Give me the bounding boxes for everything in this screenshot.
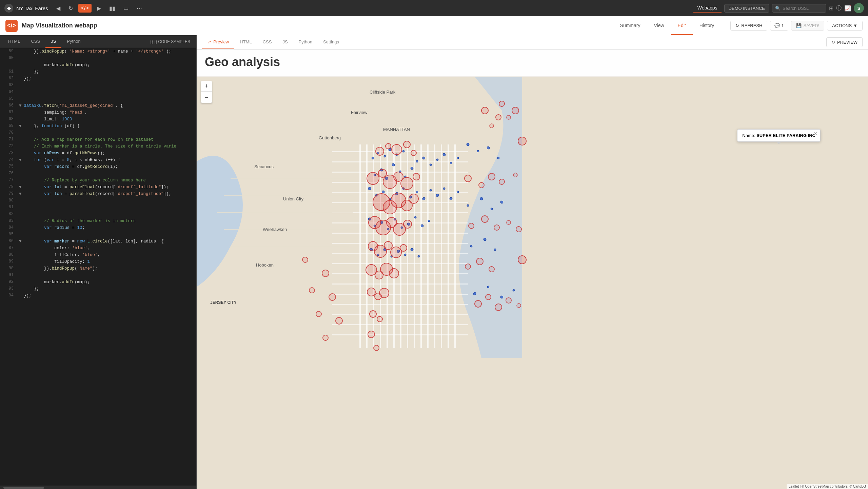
tab-js[interactable]: JS xyxy=(45,35,61,48)
svg-point-74 xyxy=(457,191,459,193)
svg-point-73 xyxy=(450,197,452,200)
comment-button[interactable]: 💬 1 xyxy=(770,21,788,31)
top-navbar: ◈ NY Taxi Fares ◀ ↻ </> ▶ ▮▮ ▭ ⋯ Webapps… xyxy=(0,0,868,16)
popup-close-btn[interactable]: ✕ xyxy=(813,131,817,136)
svg-point-148 xyxy=(499,179,505,184)
code-line: 63 xyxy=(0,82,196,89)
svg-point-54 xyxy=(416,160,418,162)
code-line: 68 limit: 1000 xyxy=(0,116,196,123)
svg-rect-14 xyxy=(441,144,442,348)
code-btn[interactable]: </> xyxy=(78,4,92,13)
map-container[interactable]: Cliffside Park Fairview Guttenberg Secau… xyxy=(197,77,868,489)
save-icon: 💾 xyxy=(796,23,802,28)
tab-css[interactable]: CSS xyxy=(25,35,45,48)
popup-tail xyxy=(776,141,782,144)
search-box[interactable]: 🔍 Search DSS... xyxy=(772,4,826,13)
svg-point-91 xyxy=(411,248,413,251)
preview-icon: ↗ xyxy=(208,39,211,44)
map-popup: ✕ Name: SUPER ELITE PARKING INC xyxy=(737,129,821,142)
code-line: 62 }); xyxy=(0,75,196,82)
nav-history[interactable]: History xyxy=(693,17,721,35)
deploy-btn[interactable]: ▮▮ xyxy=(106,4,118,13)
svg-point-143 xyxy=(368,331,375,338)
svg-rect-33 xyxy=(332,314,468,315)
svg-rect-21 xyxy=(332,192,468,193)
view-btn[interactable]: ▭ xyxy=(121,4,131,13)
zoom-in-btn[interactable]: + xyxy=(201,81,212,92)
code-scrollbar-thumb[interactable] xyxy=(3,487,44,489)
svg-rect-30 xyxy=(332,283,468,285)
svg-point-106 xyxy=(500,296,503,298)
code-scrollbar[interactable] xyxy=(0,486,196,489)
code-samples-label: {} CODE SAMPLES xyxy=(154,39,190,44)
tab-preview[interactable]: ↗ Preview xyxy=(202,35,234,49)
svg-rect-31 xyxy=(332,294,468,295)
svg-point-153 xyxy=(507,220,511,224)
svg-point-167 xyxy=(309,288,315,293)
tab-preview-js[interactable]: JS xyxy=(277,35,293,49)
svg-point-174 xyxy=(490,124,494,128)
header-actions: ↻ REFRESH 💬 1 💾 SAVED! ACTIONS ▼ xyxy=(730,21,863,31)
refresh-button[interactable]: ↻ REFRESH xyxy=(730,21,767,31)
nav-summary[interactable]: Summary xyxy=(613,17,647,35)
tab-preview-css[interactable]: CSS xyxy=(257,35,277,49)
more-btn[interactable]: ⋯ xyxy=(134,4,145,13)
preview-btn-label: PREVIEW xyxy=(837,40,857,45)
code-line: 81 xyxy=(0,204,196,211)
code-line: 82 xyxy=(0,211,196,218)
run-btn[interactable]: ▶ xyxy=(94,4,104,13)
demo-instance-btn[interactable]: DEMO INSTANCE xyxy=(724,4,769,13)
tab-settings[interactable]: Settings xyxy=(318,35,344,49)
saved-label: SAVED! xyxy=(804,23,820,28)
svg-point-111 xyxy=(403,141,410,148)
webapps-label[interactable]: Webapps xyxy=(693,4,722,13)
code-tabs: HTML CSS JS Python {} {} CODE SAMPLES xyxy=(0,35,196,48)
code-line: 91 xyxy=(0,272,196,279)
svg-point-164 xyxy=(518,256,526,264)
svg-point-146 xyxy=(479,182,484,188)
refresh-nav-btn[interactable]: ↻ xyxy=(66,4,76,13)
code-line: 87 color: 'blue', xyxy=(0,245,196,252)
code-area[interactable]: 59 }).bindPopup( 'Name: <strong>' + name… xyxy=(0,48,196,486)
svg-rect-20 xyxy=(332,182,468,183)
svg-point-160 xyxy=(495,304,502,311)
svg-point-69 xyxy=(422,197,425,200)
svg-point-175 xyxy=(499,101,505,106)
preview-tabs: ↗ Preview HTML CSS JS Python Settings ↻ xyxy=(197,35,868,50)
avatar[interactable]: S xyxy=(854,3,864,13)
tab-preview-html[interactable]: HTML xyxy=(234,35,257,49)
tab-html[interactable]: HTML xyxy=(3,35,25,48)
svg-point-101 xyxy=(470,245,472,247)
svg-point-72 xyxy=(443,188,445,190)
actions-button[interactable]: ACTIONS ▼ xyxy=(827,21,863,31)
tab-preview-python[interactable]: Python xyxy=(293,35,318,49)
preview-button[interactable]: ↻ PREVIEW xyxy=(826,37,863,47)
map-controls: + − xyxy=(201,81,212,103)
svg-point-170 xyxy=(336,317,342,324)
zoom-out-btn[interactable]: − xyxy=(201,92,212,103)
code-line: 60 xyxy=(0,55,196,62)
code-line: marker.addTo(map); xyxy=(0,62,196,69)
code-samples-btn[interactable]: {} {} CODE SAMPLES xyxy=(147,37,194,46)
search-icon: 🔍 xyxy=(775,6,781,11)
help-icon[interactable]: ⓘ xyxy=(836,5,842,12)
nav-edit[interactable]: Edit xyxy=(671,17,693,35)
back-btn[interactable]: ◀ xyxy=(54,4,63,13)
svg-point-93 xyxy=(467,143,469,146)
svg-rect-2 xyxy=(359,144,361,348)
nav-view[interactable]: View xyxy=(647,17,671,35)
grid-icon[interactable]: ⊞ xyxy=(829,5,833,12)
svg-point-99 xyxy=(491,208,493,210)
saved-button[interactable]: 💾 SAVED! xyxy=(791,21,825,31)
chart-icon[interactable]: 📈 xyxy=(844,5,851,12)
tab-python[interactable]: Python xyxy=(61,35,86,48)
attribution-text: Leaflet | © OpenStreetMap contributors, … xyxy=(789,485,866,488)
svg-point-152 xyxy=(494,225,499,230)
refresh-label: REFRESH xyxy=(741,23,762,28)
code-line: 85 xyxy=(0,231,196,238)
svg-rect-3 xyxy=(366,144,368,348)
svg-rect-37 xyxy=(224,195,353,196)
project-name: NY Taxi Fares xyxy=(16,5,48,11)
svg-point-70 xyxy=(430,189,432,191)
svg-point-157 xyxy=(489,267,494,272)
